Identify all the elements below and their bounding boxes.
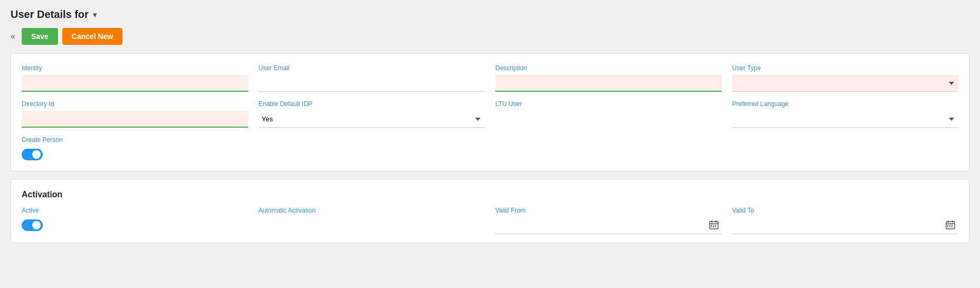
create-person-toggle-container: [22, 149, 958, 160]
svg-rect-7: [711, 226, 712, 227]
create-person-label: Create Person: [22, 136, 958, 143]
title-dropdown-icon[interactable]: ▾: [93, 11, 97, 19]
svg-rect-17: [947, 226, 948, 227]
active-toggle-container: [22, 219, 248, 231]
user-email-label: User Email: [259, 64, 485, 72]
valid-from-calendar-icon[interactable]: [709, 220, 719, 232]
ltu-user-group: LTU User: [495, 100, 722, 128]
user-email-group: User Email: [259, 64, 485, 92]
svg-rect-6: [715, 225, 716, 226]
svg-rect-8: [713, 226, 714, 227]
activation-card: Activation Active Automatic Activation V…: [11, 179, 969, 243]
activation-grid: Active Automatic Activation Valid From: [22, 207, 958, 234]
user-type-group: User Type Admin Standard: [732, 64, 959, 92]
automatic-activation-label: Automatic Activation: [259, 207, 485, 214]
valid-from-input[interactable]: [495, 217, 722, 234]
description-input[interactable]: [495, 75, 722, 92]
user-type-label: User Type: [732, 64, 959, 72]
preferred-language-label: Preferred Language: [732, 100, 959, 108]
enable-default-idp-label: Enable Default IDP: [259, 100, 485, 108]
create-person-toggle[interactable]: [22, 149, 43, 160]
directory-id-input[interactable]: [22, 111, 248, 128]
page-header: User Details for ▾: [11, 8, 969, 21]
valid-to-calendar-icon[interactable]: [946, 220, 955, 232]
svg-rect-15: [949, 225, 950, 226]
active-group: Active: [22, 207, 248, 231]
identity-input[interactable]: [22, 75, 248, 92]
preferred-language-select[interactable]: [732, 111, 959, 128]
form-row-2: Directory Id Enable Default IDP Yes No L…: [22, 100, 958, 128]
active-label: Active: [22, 207, 248, 214]
create-person-slider: [22, 149, 43, 160]
create-person-group: Create Person: [22, 136, 958, 160]
svg-rect-14: [947, 225, 948, 226]
toolbar: « Save Cancel New: [11, 28, 969, 45]
active-slider: [22, 219, 43, 231]
enable-default-idp-select[interactable]: Yes No: [259, 111, 485, 128]
description-label: Description: [495, 64, 722, 72]
svg-rect-5: [713, 225, 714, 226]
valid-from-group: Valid From: [495, 207, 722, 234]
ltu-user-label: LTU User: [495, 100, 722, 108]
svg-rect-16: [951, 225, 953, 226]
activation-section-title: Activation: [22, 190, 958, 199]
user-email-input[interactable]: [259, 75, 485, 92]
svg-rect-4: [711, 225, 712, 226]
identity-label: Identity: [22, 64, 248, 72]
user-details-card: Identity User Email Description User Typ…: [11, 53, 969, 171]
cancel-new-button[interactable]: Cancel New: [62, 28, 123, 45]
enable-default-idp-group: Enable Default IDP Yes No: [259, 100, 485, 128]
directory-id-group: Directory Id: [22, 100, 248, 128]
user-type-select[interactable]: Admin Standard: [732, 75, 959, 92]
form-row-1: Identity User Email Description User Typ…: [22, 64, 958, 92]
preferred-language-group: Preferred Language: [732, 100, 959, 128]
page-title: User Details for: [11, 8, 89, 21]
valid-to-label: Valid To: [732, 207, 959, 214]
valid-from-label: Valid From: [495, 207, 722, 214]
svg-rect-18: [949, 226, 950, 227]
svg-rect-9: [715, 226, 716, 227]
back-button[interactable]: «: [11, 32, 15, 41]
valid-to-input[interactable]: [732, 217, 959, 234]
description-group: Description: [495, 64, 722, 92]
active-toggle[interactable]: [22, 219, 43, 231]
valid-to-wrapper: [732, 217, 959, 234]
identity-group: Identity: [22, 64, 248, 92]
svg-rect-19: [951, 226, 953, 227]
valid-from-wrapper: [495, 217, 722, 234]
save-button[interactable]: Save: [22, 28, 58, 45]
valid-to-group: Valid To: [732, 207, 959, 234]
directory-id-label: Directory Id: [22, 100, 248, 108]
automatic-activation-group: Automatic Activation: [259, 207, 485, 215]
